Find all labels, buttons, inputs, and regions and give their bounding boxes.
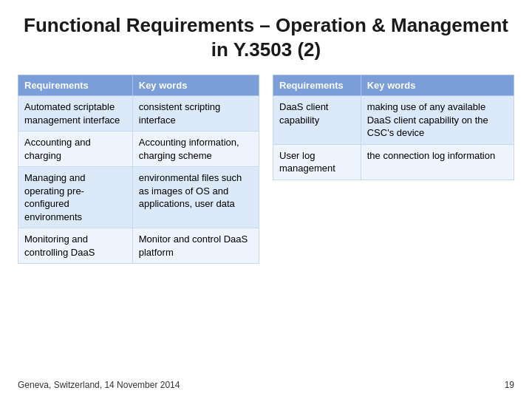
keyword-cell: Accounting information, charging scheme [132,132,259,167]
left-table-header-requirements: Requirements [18,75,133,96]
page-title: Functional Requirements – Operation & Ma… [18,13,514,61]
keyword-cell: consistent scripting interface [132,96,259,132]
requirement-cell: DaaS client capability [273,96,361,145]
right-table-header-keywords: Key words [361,75,514,96]
requirement-cell: User log management [273,144,361,180]
left-table: Requirements Key words Automated scripta… [18,75,259,264]
table-row: Monitoring and controlling DaaSMonitor a… [18,228,259,264]
left-table-header-keywords: Key words [132,75,259,96]
table-row: User log managementthe connection log in… [273,144,514,180]
requirement-cell: Monitoring and controlling DaaS [18,228,133,264]
keyword-cell: environmental files such as images of OS… [132,167,259,228]
keyword-cell: the connection log information [361,144,514,180]
keyword-cell: Monitor and control DaaS platform [132,228,259,264]
footer-page-number: 19 [505,380,514,390]
tables-row: Requirements Key words Automated scripta… [18,75,514,371]
requirement-cell: Automated scriptable management interfac… [18,96,133,132]
requirement-cell: Accounting and charging [18,132,133,167]
left-table-container: Requirements Key words Automated scripta… [18,75,259,371]
right-table-container: Requirements Key words DaaS client capab… [273,75,514,371]
footer: Geneva, Switzerland, 14 November 2014 19 [18,380,514,390]
page: Functional Requirements – Operation & Ma… [0,0,532,399]
table-row: Accounting and chargingAccounting inform… [18,132,259,167]
keyword-cell: making use of any available DaaS client … [361,96,514,145]
table-row: DaaS client capabilitymaking use of any … [273,96,514,145]
table-row: Automated scriptable management interfac… [18,96,259,132]
footer-location: Geneva, Switzerland, 14 November 2014 [18,380,180,390]
right-table-header-requirements: Requirements [273,75,361,96]
table-row: Managing and operating pre-configured en… [18,167,259,228]
requirement-cell: Managing and operating pre-configured en… [18,167,133,228]
right-table: Requirements Key words DaaS client capab… [273,75,514,180]
